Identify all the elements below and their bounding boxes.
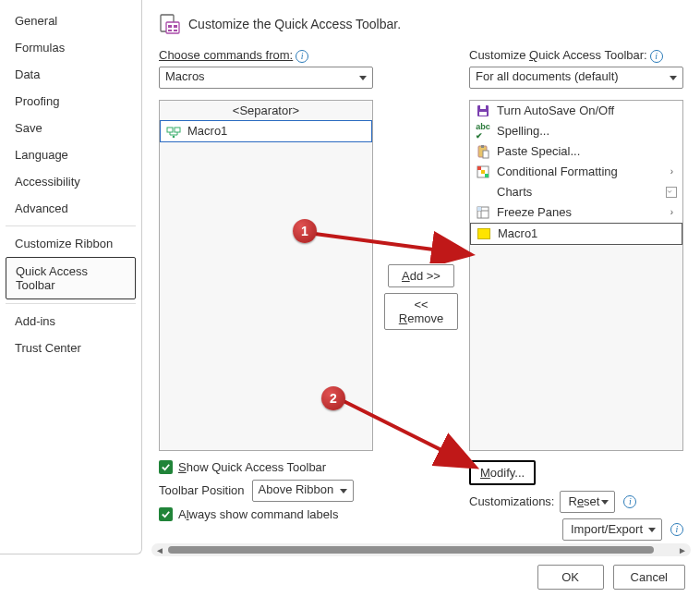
callout-1: 1 bbox=[293, 219, 317, 243]
show-qat-label: Show Quick Access Toolbar bbox=[178, 460, 326, 474]
sidebar-item-language[interactable]: Language bbox=[6, 141, 136, 168]
scroll-thumb[interactable] bbox=[168, 546, 654, 554]
scroll-left-arrow[interactable]: ◄ bbox=[153, 545, 166, 555]
spelling-icon: abc✔ bbox=[476, 124, 490, 139]
svg-rect-10 bbox=[480, 105, 486, 109]
sidebar-item-proofing[interactable]: Proofing bbox=[6, 88, 136, 115]
freeze-panes-icon bbox=[476, 205, 490, 220]
macro-icon bbox=[166, 124, 181, 139]
sidebar-item-save[interactable]: Save bbox=[6, 115, 136, 141]
list-item[interactable]: Paste Special... bbox=[470, 141, 682, 162]
info-icon[interactable]: i bbox=[650, 50, 663, 63]
sidebar-item-addins[interactable]: Add-ins bbox=[6, 308, 136, 335]
list-item[interactable]: Conditional Formatting › bbox=[470, 162, 682, 182]
sidebar: General Formulas Data Proofing Save Lang… bbox=[0, 0, 142, 554]
sidebar-item-customize-ribbon[interactable]: Customize Ribbon bbox=[6, 230, 136, 257]
horizontal-scrollbar[interactable]: ◄ ► bbox=[151, 543, 691, 556]
svg-rect-14 bbox=[483, 151, 489, 158]
svg-rect-4 bbox=[168, 30, 172, 31]
always-show-checkbox[interactable] bbox=[159, 507, 173, 521]
svg-rect-11 bbox=[479, 112, 487, 116]
ok-button[interactable]: OK bbox=[537, 565, 604, 590]
blank-icon bbox=[476, 185, 490, 200]
list-item[interactable]: Charts bbox=[470, 182, 682, 202]
choose-commands-label: Choose commands from:i bbox=[159, 48, 373, 63]
reset-dropdown[interactable]: Reset bbox=[560, 491, 615, 513]
chevron-right-icon: › bbox=[670, 207, 677, 217]
svg-point-8 bbox=[173, 135, 175, 138]
paste-icon bbox=[476, 144, 490, 159]
dropdown-box-icon bbox=[666, 187, 677, 198]
list-item-macro1-right[interactable]: Macro1 bbox=[470, 223, 682, 245]
sidebar-item-advanced[interactable]: Advanced bbox=[6, 195, 136, 222]
show-qat-checkbox[interactable] bbox=[159, 460, 173, 474]
svg-rect-22 bbox=[477, 207, 481, 211]
qat-listbox[interactable]: Turn AutoSave On/Off abc✔ Spelling... Pa… bbox=[469, 100, 683, 451]
toolbar-position-dropdown[interactable]: Above Ribbon bbox=[252, 480, 354, 502]
callout-2: 2 bbox=[321, 386, 345, 410]
customizations-label: Customizations: bbox=[469, 494, 554, 508]
remove-button[interactable]: << Remove bbox=[384, 293, 458, 330]
sidebar-item-accessibility[interactable]: Accessibility bbox=[6, 168, 136, 195]
svg-rect-6 bbox=[167, 128, 173, 132]
add-button[interactable]: Add >> bbox=[388, 264, 454, 287]
svg-rect-5 bbox=[174, 30, 177, 31]
customize-qat-dropdown[interactable]: For all documents (default) bbox=[469, 67, 683, 89]
divider bbox=[6, 303, 136, 304]
svg-rect-3 bbox=[174, 25, 177, 28]
import-export-dropdown[interactable]: Import/Export bbox=[562, 518, 662, 541]
info-icon[interactable]: i bbox=[670, 523, 683, 536]
svg-rect-7 bbox=[175, 128, 180, 132]
divider bbox=[6, 225, 136, 226]
sidebar-item-trust-center[interactable]: Trust Center bbox=[6, 335, 136, 361]
choose-commands-dropdown[interactable]: Macros bbox=[159, 67, 373, 89]
page-title: Customize the Quick Access Toolbar. bbox=[188, 17, 401, 31]
svg-rect-17 bbox=[481, 170, 485, 174]
sidebar-item-formulas[interactable]: Formulas bbox=[6, 34, 136, 61]
list-item-separator[interactable]: <Separator> bbox=[160, 101, 372, 120]
toolbar-position-label: Toolbar Position bbox=[159, 483, 245, 497]
info-icon[interactable]: i bbox=[623, 495, 636, 508]
autosave-icon bbox=[476, 104, 490, 118]
conditional-formatting-icon bbox=[476, 164, 490, 179]
info-icon[interactable]: i bbox=[296, 50, 308, 63]
cancel-button[interactable]: Cancel bbox=[613, 565, 685, 590]
scroll-right-arrow[interactable]: ► bbox=[676, 545, 689, 555]
svg-rect-2 bbox=[168, 25, 172, 28]
sidebar-item-general[interactable]: General bbox=[6, 7, 136, 34]
sidebar-item-data[interactable]: Data bbox=[6, 61, 136, 88]
always-show-label: Always show command labels bbox=[178, 507, 338, 521]
customize-qat-label: Customize Quick Access Toolbar:i bbox=[469, 48, 683, 63]
chevron-right-icon: › bbox=[670, 166, 677, 177]
list-item[interactable]: Turn AutoSave On/Off bbox=[470, 101, 682, 121]
svg-rect-16 bbox=[477, 166, 481, 170]
sidebar-item-qat[interactable]: Quick Access Toolbar bbox=[6, 257, 136, 299]
list-item-macro1[interactable]: Macro1 bbox=[160, 120, 372, 142]
svg-rect-18 bbox=[485, 174, 489, 177]
list-item[interactable]: abc✔ Spelling... bbox=[470, 121, 682, 141]
dialog-footer: OK Cancel bbox=[537, 565, 685, 590]
list-item[interactable]: Freeze Panes › bbox=[470, 202, 682, 223]
svg-rect-13 bbox=[481, 145, 484, 148]
main-panel: Customize the Quick Access Toolbar. Choo… bbox=[142, 0, 700, 554]
macro-yellow-icon bbox=[477, 226, 491, 241]
qat-header-icon bbox=[159, 13, 181, 35]
modify-button[interactable]: Modify... bbox=[469, 460, 536, 485]
